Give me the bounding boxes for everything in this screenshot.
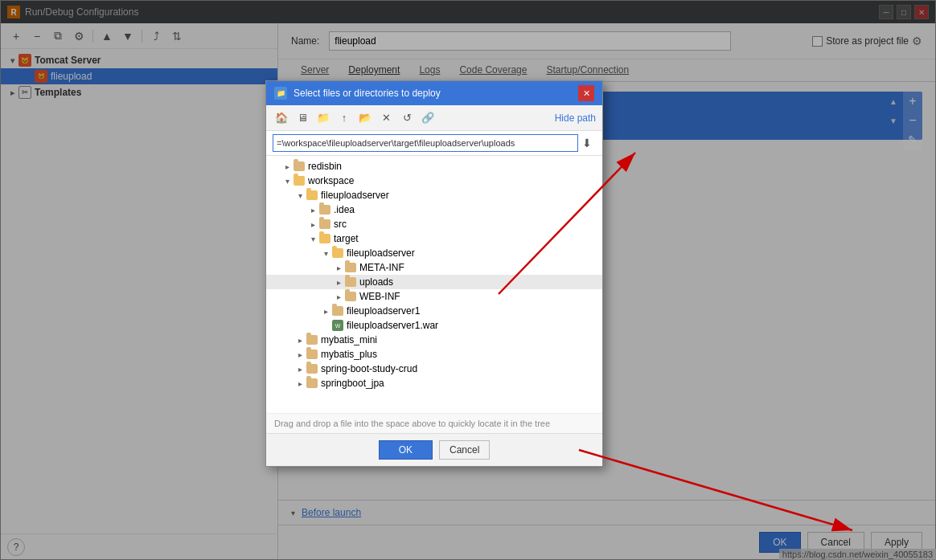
tree-arrow-icon: [295, 190, 305, 200]
file-dialog-title-bar: 📁 Select files or directories to deploy …: [266, 81, 602, 105]
dialog-home-button[interactable]: 🏠: [273, 109, 290, 127]
dialog-link-button[interactable]: 🔗: [419, 109, 437, 127]
file-tree-label: fileuploadserver1: [347, 305, 420, 317]
file-dialog-actions: OK Cancel: [266, 433, 602, 466]
file-dialog-title-text: Select files or directories to deploy: [294, 88, 441, 99]
file-tree-item-uploads[interactable]: uploads: [266, 275, 602, 289]
folder-icon: [306, 335, 318, 345]
folder-icon: [319, 234, 330, 243]
file-tree-label: spring-boot-study-crud: [321, 363, 417, 374]
file-tree-item[interactable]: mybatis_plus: [266, 347, 602, 362]
folder-icon: [294, 161, 305, 171]
dialog-refresh-button[interactable]: ↺: [398, 109, 416, 127]
file-tree-item[interactable]: workspace: [266, 174, 602, 188]
folder-icon: [345, 292, 356, 301]
folder-icon: [306, 349, 318, 359]
file-tree-item[interactable]: fileuploadserver: [266, 188, 602, 202]
file-dialog-icon: 📁: [274, 87, 287, 100]
file-tree-label: workspace: [308, 175, 354, 186]
tree-arrow-icon: [334, 277, 343, 287]
file-tree-item[interactable]: src: [266, 217, 602, 231]
file-tree-label: target: [334, 233, 359, 244]
file-tree-item[interactable]: WEB-INF: [266, 289, 602, 304]
dialog-newfolder-button[interactable]: 📁: [314, 109, 332, 127]
file-dialog-ok-button[interactable]: OK: [379, 440, 433, 460]
file-tree-item-war[interactable]: W fileuploadserver1.war: [266, 318, 602, 333]
folder-icon: [306, 190, 318, 200]
file-tree-label: mybatis_plus: [321, 349, 377, 360]
tree-arrow-icon: [334, 292, 343, 301]
dialog-desktop-button[interactable]: 🖥: [294, 109, 311, 127]
tree-arrow-icon: [295, 335, 305, 345]
tree-arrow-icon: [321, 306, 330, 316]
file-tree-item[interactable]: springboot_jpa: [266, 376, 602, 390]
tree-arrow-icon: [295, 364, 305, 374]
folder-icon: [319, 205, 330, 215]
file-tree-label: springboot_jpa: [321, 378, 384, 389]
file-dialog-close-button[interactable]: ✕: [578, 85, 594, 101]
file-dialog-cancel-button[interactable]: Cancel: [439, 440, 490, 460]
folder-icon: [294, 176, 305, 186]
file-tree-label: fileuploadserver: [321, 190, 389, 201]
dialog-delete-button[interactable]: ✕: [377, 109, 395, 127]
folder-icon: [332, 248, 343, 258]
file-tree-item[interactable]: META-INF: [266, 260, 602, 275]
folder-icon: [306, 378, 318, 388]
file-tree-item[interactable]: .idea: [266, 202, 602, 217]
file-tree-item[interactable]: fileuploadserver1: [266, 304, 602, 318]
file-path-input[interactable]: [273, 134, 578, 152]
file-tree-label: META-INF: [359, 262, 404, 273]
dialog-newfolder2-button[interactable]: 📂: [356, 109, 374, 127]
tree-arrow-icon: [334, 263, 343, 272]
file-tree-item[interactable]: target: [266, 231, 602, 246]
dialog-overlay: 📁 Select files or directories to deploy …: [0, 0, 936, 560]
file-tree-label: .idea: [334, 204, 355, 215]
file-tree-item[interactable]: mybatis_mini: [266, 333, 602, 347]
tree-arrow-icon: [295, 349, 305, 359]
tree-arrow-icon: [308, 205, 318, 215]
file-dialog: 📁 Select files or directories to deploy …: [265, 80, 603, 467]
folder-icon: [345, 277, 356, 287]
tree-arrow-icon: [282, 161, 292, 171]
folder-icon: [319, 219, 330, 229]
file-tree-label: src: [334, 219, 347, 230]
dialog-up-button[interactable]: ↑: [335, 109, 353, 127]
file-tree-label: redisbin: [308, 161, 342, 172]
file-tree-label: uploads: [359, 276, 393, 288]
file-dialog-hint-text: Drag and drop a file into the space abov…: [274, 419, 550, 428]
file-tree-label: fileuploadserver1.war: [347, 320, 438, 331]
folder-icon: [345, 263, 356, 272]
path-download-button[interactable]: ⬇: [578, 134, 596, 152]
file-tree-item[interactable]: redisbin: [266, 159, 602, 174]
war-file-icon: W: [332, 320, 343, 331]
tree-arrow-icon: [282, 176, 292, 186]
tree-arrow-icon: [321, 248, 330, 258]
file-dialog-hint: Drag and drop a file into the space abov…: [266, 413, 602, 433]
folder-icon: [332, 306, 343, 316]
file-tree-label: fileuploadserver: [347, 247, 415, 259]
tree-arrow-icon: [308, 219, 318, 229]
file-dialog-title-left: 📁 Select files or directories to deploy: [274, 87, 441, 100]
file-tree-item[interactable]: fileuploadserver: [266, 246, 602, 260]
file-dialog-toolbar: 🏠 🖥 📁 ↑ 📂 ✕ ↺ 🔗 Hide path: [266, 105, 602, 131]
folder-icon: [306, 364, 318, 374]
tree-arrow-icon: [308, 234, 318, 243]
file-tree-label: WEB-INF: [359, 291, 400, 302]
file-tree-item[interactable]: spring-boot-study-crud: [266, 362, 602, 376]
hide-path-link[interactable]: Hide path: [555, 112, 596, 124]
file-path-bar: ⬇: [266, 131, 602, 156]
file-tree[interactable]: redisbin workspace fileuploadserver .ide…: [266, 156, 602, 413]
file-tree-label: mybatis_mini: [321, 334, 377, 345]
tree-arrow-icon: [295, 378, 305, 388]
